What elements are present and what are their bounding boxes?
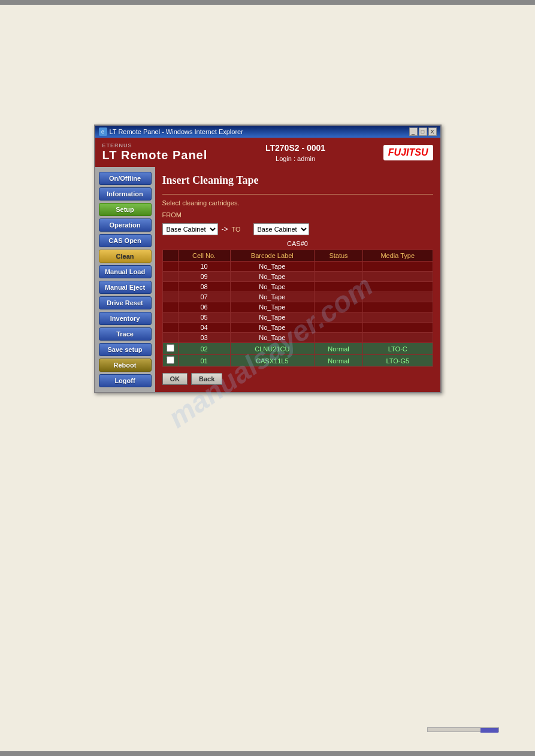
row-cell-no: 06 (178, 302, 230, 312)
table-row: 05No_Tape (162, 312, 433, 323)
bottom-buttons: OK Back (162, 373, 433, 385)
back-button[interactable]: Back (191, 373, 222, 385)
row-media-type (363, 292, 433, 302)
row-media-type (363, 282, 433, 292)
row-cell-no: 04 (178, 323, 230, 333)
nav-btn-savesetup[interactable]: Save setup (99, 343, 152, 356)
nav-btn-clean[interactable]: Clean (99, 250, 152, 263)
row-cell-no: 09 (178, 272, 230, 282)
row-cell-no: 03 (178, 333, 230, 343)
table-row: 07No_Tape (162, 292, 433, 302)
nav-btn-reboot[interactable]: Reboot (99, 359, 152, 372)
row-status (315, 262, 363, 272)
to-select[interactable]: Base Cabinet (253, 223, 309, 235)
row-barcode: CASX11L5 (230, 355, 314, 367)
close-button[interactable]: X (428, 127, 437, 136)
row-checkbox[interactable] (167, 356, 174, 364)
browser-titlebar-left: e LT Remote Panel - Windows Internet Exp… (99, 127, 243, 136)
device-label: LT270S2 - 0001 (265, 143, 325, 153)
login-label: Login : admin (265, 155, 325, 162)
table-row: 09No_Tape (162, 272, 433, 282)
browser-title: LT Remote Panel - Windows Internet Explo… (110, 128, 243, 135)
nav-btn-inventory[interactable]: Inventory (99, 312, 152, 325)
nav-btn-drivereset[interactable]: Drive Reset (99, 296, 152, 309)
nav-btn-logoff[interactable]: Logoff (99, 374, 152, 387)
row-media-type (363, 323, 433, 333)
from-label: FROM (162, 211, 182, 218)
fujitsu-logo: FUJITSU (383, 145, 433, 160)
nav-btn-online[interactable]: On/Offline (99, 172, 152, 185)
row-media-type (363, 262, 433, 272)
scrollbar-area (427, 727, 499, 732)
scrollbar-track[interactable] (427, 727, 499, 732)
col-checkbox (162, 250, 178, 262)
browser-controls[interactable]: _ □ X (409, 127, 437, 136)
content-area: Insert Cleaning Tape Select cleaning car… (155, 167, 440, 392)
row-barcode: No_Tape (230, 333, 314, 343)
row-checkbox-cell (162, 282, 178, 292)
browser-icon: e (99, 127, 107, 136)
panel-header-left: ETERNUS LT Remote Panel (102, 142, 208, 162)
from-to-row: FROM (162, 211, 433, 218)
row-status: Normal (315, 343, 363, 355)
row-checkbox-cell (162, 343, 178, 355)
row-status: Normal (315, 355, 363, 367)
minimize-button[interactable]: _ (409, 127, 418, 136)
row-status (315, 312, 363, 323)
table-row: 04No_Tape (162, 323, 433, 333)
row-barcode: No_Tape (230, 292, 314, 302)
row-cell-no: 02 (178, 343, 230, 355)
row-status (315, 302, 363, 312)
row-status (315, 272, 363, 282)
row-barcode: No_Tape (230, 323, 314, 333)
top-bar (0, 0, 535, 5)
row-checkbox-cell (162, 323, 178, 333)
row-barcode: No_Tape (230, 262, 314, 272)
panel-body: On/Offline Information Setup Operation C… (95, 167, 440, 392)
row-media-type (363, 312, 433, 323)
row-barcode: CLNU21CU (230, 343, 314, 355)
row-checkbox-cell (162, 333, 178, 343)
row-checkbox-cell (162, 272, 178, 282)
row-status (315, 282, 363, 292)
table-row: 08No_Tape (162, 282, 433, 292)
nav-btn-information[interactable]: Information (99, 187, 152, 201)
nav-btn-trace[interactable]: Trace (99, 327, 152, 341)
from-select[interactable]: Base Cabinet (162, 223, 218, 235)
nav-btn-manualeject[interactable]: Manual Eject (99, 281, 152, 294)
row-media-type: LTO-C (363, 343, 433, 355)
content-subtitle: Select cleaning cartridges. (162, 199, 433, 207)
row-barcode: No_Tape (230, 282, 314, 292)
row-checkbox-cell (162, 355, 178, 367)
scrollbar-thumb[interactable] (480, 728, 498, 733)
row-status (315, 333, 363, 343)
nav-btn-operation[interactable]: Operation (99, 218, 152, 232)
nav-btn-manualload[interactable]: Manual Load (99, 265, 152, 278)
row-cell-no: 08 (178, 282, 230, 292)
row-media-type (363, 302, 433, 312)
table-row: 03No_Tape (162, 333, 433, 343)
row-checkbox-cell (162, 292, 178, 302)
maximize-button[interactable]: □ (419, 127, 427, 136)
bottom-bar (0, 751, 535, 756)
ok-button[interactable]: OK (162, 373, 188, 385)
tape-table: Cell No. Barcode Label Status Media Type… (162, 250, 433, 367)
row-media-type (363, 272, 433, 282)
page-outer: e LT Remote Panel - Windows Internet Exp… (0, 0, 535, 756)
row-checkbox-cell (162, 312, 178, 323)
table-row: 02CLNU21CUNormalLTO-C (162, 343, 433, 355)
nav-btn-casopen[interactable]: CAS Open (99, 234, 152, 247)
table-row: 10No_Tape (162, 262, 433, 272)
row-status (315, 323, 363, 333)
col-barcode: Barcode Label (230, 250, 314, 262)
nav-btn-setup[interactable]: Setup (99, 203, 152, 216)
table-row: 01CASX11L5NormalLTO-G5 (162, 355, 433, 367)
row-checkbox[interactable] (167, 344, 174, 352)
panel-header: ETERNUS LT Remote Panel LT270S2 - 0001 L… (95, 138, 440, 167)
content-title: Insert Cleaning Tape (162, 174, 433, 187)
arrow-icon: -> (222, 225, 228, 233)
row-barcode: No_Tape (230, 302, 314, 312)
from-to-select-row: Base Cabinet -> TO Base Cabinet (162, 223, 433, 235)
row-barcode: No_Tape (230, 312, 314, 323)
row-cell-no: 07 (178, 292, 230, 302)
